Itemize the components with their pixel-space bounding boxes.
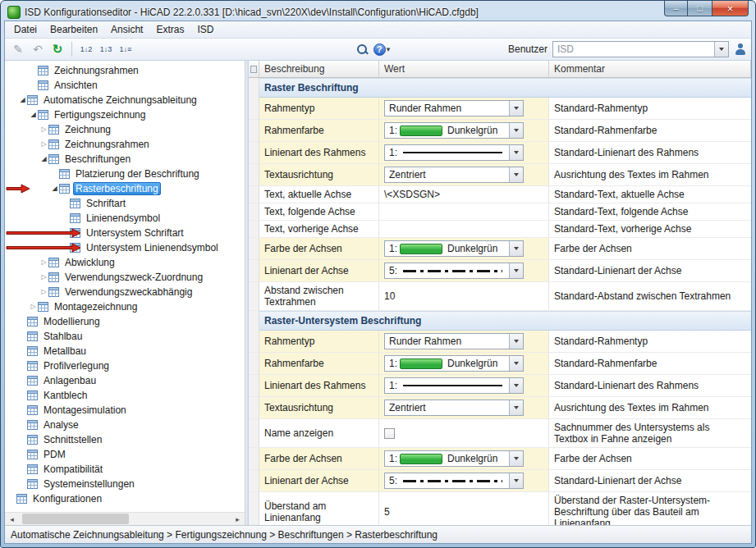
expand-icon[interactable]: ▷ [29, 304, 38, 310]
tree-item-zeichnungsrahmen[interactable]: ▷Zeichnungsrahmen [5, 137, 245, 152]
tree-item-kantblech[interactable]: Kantblech [5, 388, 245, 403]
color-dropdown[interactable]: 1:Dunkelgrün [384, 122, 524, 139]
chevron-down-icon[interactable] [509, 145, 523, 160]
chevron-down-icon[interactable] [509, 123, 523, 138]
menu-datei[interactable]: Datei [7, 21, 44, 38]
linestyle-dropdown[interactable]: 5: [384, 263, 524, 279]
dropdown[interactable]: Zentriert [384, 400, 524, 416]
chevron-down-icon[interactable] [509, 263, 523, 278]
collapse-icon[interactable]: ◢ [39, 156, 48, 162]
tree-item-untersystem-linienendsymbol[interactable]: Untersystem Linienendsymbol [5, 240, 245, 255]
edit-pencil-icon[interactable]: ✎ [9, 40, 27, 58]
help-button[interactable]: ? ▾ [373, 40, 391, 58]
tree-item-verwendungszweckabhängig[interactable]: ▷Verwendungszweckabhängig [5, 285, 245, 299]
chevron-down-icon[interactable] [509, 334, 523, 349]
expand-icon[interactable]: ▷ [39, 141, 48, 148]
tree-item-anlagenbau[interactable]: Anlagenbau [5, 373, 245, 388]
tree-item-montagezeichnung[interactable]: ▷Montagezeichnung [5, 299, 245, 314]
benutzer-combobox[interactable]: ISD [552, 41, 729, 57]
collapse-icon[interactable]: ◢ [18, 97, 27, 103]
tree-item-schnittstellen[interactable]: Schnittstellen [5, 432, 245, 447]
tree-item-platzierung-der-beschriftung[interactable]: Platzierung der Beschriftung [5, 167, 245, 181]
tree-item-profilverlegung[interactable]: Profilverlegung [5, 358, 245, 373]
expand-icon[interactable]: ▷ [39, 126, 48, 133]
menu-ansicht[interactable]: Ansicht [104, 21, 149, 38]
menu-isd[interactable]: ISD [190, 21, 220, 38]
maximize-button[interactable]: □ [688, 1, 712, 16]
tree-item-untersystem-schriftart[interactable]: Untersystem Schriftart [5, 226, 245, 240]
chevron-down-icon[interactable] [509, 241, 523, 256]
value-text[interactable]: 5 [384, 506, 390, 518]
collapse-icon[interactable]: ◢ [29, 112, 38, 118]
tree-item-automatische-zeichnungsableitung[interactable]: ◢Automatische Zeichnungsableitung [5, 93, 245, 107]
tree-panel: ZeichnungsrahmenAnsichten◢Automatische Z… [5, 61, 245, 525]
expand-level-3-icon[interactable]: 1↓3 [97, 40, 115, 58]
scrollbar-track[interactable] [19, 513, 231, 525]
chevron-down-icon[interactable] [509, 473, 523, 488]
tree-item-kompatibilität[interactable]: Kompatibilität [5, 462, 245, 477]
tree-item-schriftart[interactable]: Schriftart [5, 196, 245, 211]
dropdown[interactable]: Runder Rahmen [384, 100, 524, 116]
tree-item-metallbau[interactable]: Metallbau [5, 344, 245, 358]
checkbox[interactable] [384, 428, 395, 439]
tree-item-linienendsymbol[interactable]: Linienendsymbol [5, 211, 245, 226]
minimize-button[interactable]: – [664, 1, 688, 16]
linestyle-dropdown[interactable]: 1: [384, 144, 524, 161]
tree-item-pdm[interactable]: PDM [5, 447, 245, 462]
chevron-down-icon[interactable] [509, 451, 523, 466]
chevron-down-icon[interactable] [509, 356, 523, 371]
tree-item-systemeinstellungen[interactable]: Systemeinstellungen [5, 477, 245, 491]
refresh-icon[interactable]: ↻ [48, 40, 66, 58]
close-button[interactable]: × [712, 1, 749, 16]
tree-horizontal-scrollbar[interactable]: ◂ ▸ [5, 512, 245, 525]
color-dropdown[interactable]: 1:Dunkelgrün [384, 240, 524, 257]
expand-icon[interactable]: ▷ [39, 274, 48, 281]
tree-item-verwendungszweck-zuordnung[interactable]: ▷Verwendungszweck-Zuordnung [5, 270, 245, 285]
color-dropdown[interactable]: 1:Dunkelgrün [384, 355, 524, 372]
menu-bearbeiten[interactable]: Bearbeiten [44, 21, 104, 38]
expand-all-icon[interactable]: 1↓≡ [117, 40, 135, 58]
scroll-right-button[interactable]: ▸ [231, 513, 245, 525]
color-name: Dunkelgrün [447, 358, 509, 369]
linestyle-dropdown[interactable]: 5: [384, 473, 524, 489]
user-icon[interactable] [734, 43, 747, 56]
color-dropdown[interactable]: 1:Dunkelgrün [384, 450, 524, 467]
value-text[interactable]: 10 [384, 290, 395, 302]
chevron-down-icon[interactable] [509, 167, 523, 182]
linestyle-dropdown[interactable]: 1: [384, 377, 524, 394]
tree-item-fertigungszeichnung[interactable]: ◢Fertigungszeichnung [5, 107, 245, 122]
collapse-icon[interactable]: ◢ [50, 185, 59, 192]
tree-item-konfigurationen[interactable]: Konfigurationen [5, 491, 245, 506]
tree-item-modellierung[interactable]: Modellierung [5, 314, 245, 329]
dropdown[interactable]: Zentriert [384, 167, 524, 183]
tree-item-montagesimulation[interactable]: Montagesimulation [5, 403, 245, 418]
dropdown[interactable]: Runder Rahmen [384, 333, 524, 349]
titlebar[interactable]: ISD Konfigurationseditor - HiCAD 22.2.0.… [4, 1, 752, 21]
tree-item-analyse[interactable]: Analyse [5, 418, 245, 432]
tree-item-rasterbeschriftung[interactable]: ◢Rasterbeschriftung [5, 181, 245, 196]
value-text[interactable]: \<XSDSGN> [384, 189, 440, 200]
chevron-down-icon[interactable] [509, 101, 523, 116]
tree-item-label: Rasterbeschriftung [73, 182, 161, 195]
column-header-wert[interactable]: Wert [379, 61, 549, 78]
chevron-down-icon[interactable] [509, 400, 523, 415]
undo-icon[interactable]: ↶ [29, 40, 47, 58]
tree-item-abwicklung[interactable]: ▷Abwicklung [5, 255, 245, 270]
expand-icon[interactable]: ▷ [39, 289, 48, 295]
chevron-down-icon[interactable] [714, 42, 728, 57]
tree-item-zeichnungsrahmen[interactable]: Zeichnungsrahmen [5, 63, 245, 78]
search-button[interactable] [353, 40, 371, 58]
setting-value-cell: 10 [379, 282, 549, 310]
tree-item-ansichten[interactable]: Ansichten [5, 78, 245, 93]
tree-item-beschriftungen[interactable]: ◢Beschriftungen [5, 152, 245, 167]
tree-item-zeichnung[interactable]: ▷Zeichnung [5, 122, 245, 137]
expand-icon[interactable]: ▷ [39, 259, 48, 266]
tree-item-stahlbau[interactable]: Stahlbau [5, 329, 245, 344]
scrollbar-thumb[interactable] [22, 514, 129, 524]
menu-extras[interactable]: Extras [149, 21, 190, 38]
scroll-left-button[interactable]: ◂ [5, 513, 19, 525]
column-header-beschreibung[interactable]: Beschreibung [259, 61, 379, 78]
expand-level-2-icon[interactable]: 1↓2 [77, 40, 95, 58]
chevron-down-icon[interactable] [509, 378, 523, 393]
column-header-kommentar[interactable]: Kommentar [549, 61, 751, 78]
